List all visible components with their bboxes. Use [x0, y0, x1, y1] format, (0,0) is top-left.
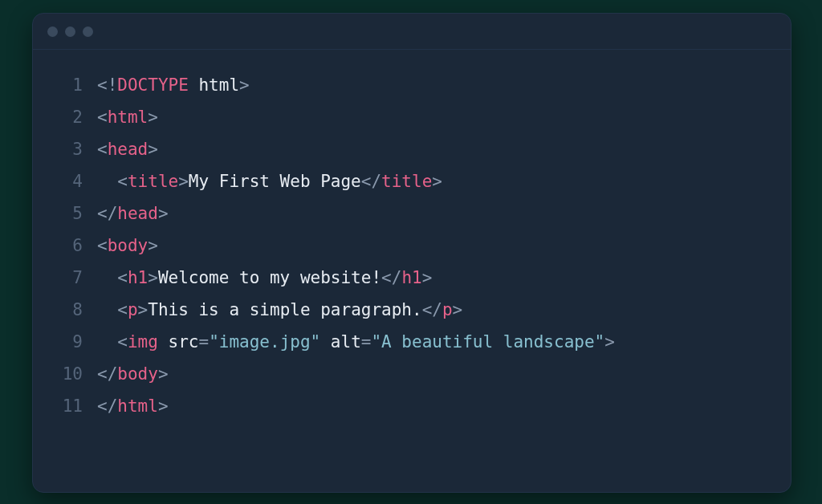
line-number: 3 — [49, 133, 97, 165]
window-close-dot[interactable] — [47, 26, 58, 37]
code-line[interactable]: 6<body> — [49, 230, 775, 262]
line-number: 7 — [49, 262, 97, 294]
code-line[interactable]: 3<head> — [49, 133, 775, 165]
code-content[interactable]: <title>My First Web Page</title> — [97, 165, 775, 197]
code-content[interactable]: </html> — [97, 390, 775, 422]
code-content[interactable]: <head> — [97, 133, 775, 165]
code-line[interactable]: 5</head> — [49, 197, 775, 230]
code-content[interactable]: <body> — [97, 230, 775, 262]
code-content[interactable]: <!DOCTYPE html> — [97, 69, 775, 101]
code-line[interactable]: 8 <p>This is a simple paragraph.</p> — [49, 294, 775, 326]
line-number: 8 — [49, 294, 97, 326]
line-number: 9 — [49, 326, 97, 358]
code-content[interactable]: <html> — [97, 101, 775, 133]
code-content[interactable]: <p>This is a simple paragraph.</p> — [97, 294, 775, 326]
code-content[interactable]: <img src="image.jpg" alt="A beautiful la… — [97, 326, 775, 358]
line-number: 11 — [49, 390, 97, 422]
window-maximize-dot[interactable] — [83, 26, 93, 37]
line-number: 6 — [49, 230, 97, 262]
code-editor-window: 1<!DOCTYPE html>2<html>3<head>4 <title>M… — [32, 13, 791, 493]
line-number: 1 — [49, 69, 97, 101]
code-line[interactable]: 7 <h1>Welcome to my website!</h1> — [49, 262, 775, 294]
code-line[interactable]: 10</body> — [49, 358, 775, 390]
line-number: 10 — [49, 358, 97, 390]
code-line[interactable]: 4 <title>My First Web Page</title> — [49, 165, 775, 197]
line-number: 4 — [49, 165, 97, 197]
code-line[interactable]: 1<!DOCTYPE html> — [49, 69, 775, 101]
code-content[interactable]: </body> — [97, 358, 775, 390]
window-title-bar — [33, 14, 791, 50]
code-editor-body[interactable]: 1<!DOCTYPE html>2<html>3<head>4 <title>M… — [33, 50, 791, 492]
line-number: 2 — [49, 101, 97, 133]
code-content[interactable]: </head> — [97, 197, 775, 230]
code-content[interactable]: <h1>Welcome to my website!</h1> — [97, 262, 775, 294]
line-number: 5 — [49, 197, 97, 230]
code-line[interactable]: 9 <img src="image.jpg" alt="A beautiful … — [49, 326, 775, 358]
code-line[interactable]: 11</html> — [49, 390, 775, 422]
code-line[interactable]: 2<html> — [49, 101, 775, 133]
window-minimize-dot[interactable] — [65, 26, 75, 37]
